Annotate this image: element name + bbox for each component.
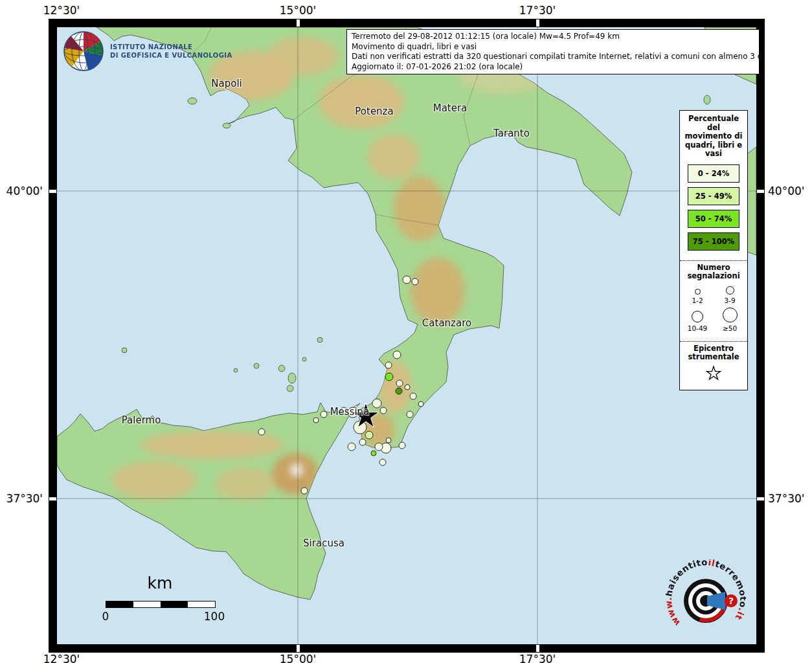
felt-report-point bbox=[407, 411, 413, 418]
felt-report-point bbox=[372, 399, 381, 408]
felt-report-point bbox=[375, 443, 383, 451]
legend-count-class: ≥50 bbox=[714, 308, 746, 332]
ingv-globe-icon bbox=[62, 30, 105, 73]
island-salina bbox=[278, 365, 285, 372]
count-circle-icon bbox=[692, 311, 703, 322]
island-panarea bbox=[302, 357, 306, 361]
count-circle-icon bbox=[723, 308, 738, 322]
felt-report-point bbox=[412, 278, 418, 285]
coord-label-bottom: 12°30' bbox=[43, 653, 80, 663]
island-alicudi bbox=[234, 368, 238, 372]
coord-label-top: 17°30' bbox=[519, 4, 556, 17]
island-lipari bbox=[288, 373, 296, 383]
frame-tick bbox=[297, 645, 300, 652]
coord-label-bottom: 15°00' bbox=[280, 653, 316, 663]
scale-bar-graphic bbox=[106, 601, 216, 608]
ingv-name-line1: ISTITUTO NAZIONALE bbox=[110, 43, 232, 51]
felt-report-point bbox=[258, 429, 265, 435]
frame-bottom bbox=[49, 644, 765, 653]
island-vulcano bbox=[287, 385, 293, 392]
felt-report-point bbox=[399, 442, 405, 449]
count-label: 1-2 bbox=[681, 297, 714, 304]
legend-percent-classes: 0 - 24%25 - 49%50 - 74%75 - 100% bbox=[680, 164, 747, 256]
felt-report-point bbox=[359, 439, 366, 445]
frame-right bbox=[756, 19, 765, 653]
legend-count-class: 1-2 bbox=[681, 289, 714, 304]
frame-tick bbox=[49, 497, 56, 500]
felt-report-point bbox=[379, 459, 386, 466]
felt-report-point bbox=[403, 276, 411, 284]
city-label: Taranto bbox=[493, 128, 530, 139]
frame-tick bbox=[757, 497, 764, 500]
city-label: Napoli bbox=[211, 78, 242, 89]
legend-percent-title: Percentuale del movimento di quadri, lib… bbox=[680, 111, 747, 160]
ingv-name: ISTITUTO NAZIONALE DI GEOFISICA E VULCAN… bbox=[110, 43, 232, 60]
coord-label-bottom: 17°30' bbox=[519, 653, 556, 663]
island-filicudi bbox=[254, 363, 259, 368]
felt-report-point bbox=[386, 438, 391, 443]
event-title: Terremoto del 29-08-2012 01:12:15 (ora l… bbox=[352, 32, 754, 42]
haisentitoilterremoto-logo: ? www.haisentitoilterremoto.it bbox=[666, 559, 746, 640]
frame-top bbox=[49, 19, 765, 27]
felt-report-point bbox=[321, 411, 327, 418]
islet-right bbox=[704, 95, 710, 104]
felt-report-point bbox=[385, 362, 392, 368]
felt-report-point bbox=[418, 401, 423, 407]
island-ustica bbox=[122, 348, 127, 353]
felt-report-point bbox=[348, 443, 355, 451]
coord-label-right: 40°00' bbox=[768, 185, 804, 197]
city-label: Siracusa bbox=[303, 537, 344, 549]
map-area: NapoliPotenzaMateraTarantoCatanzaroMessi… bbox=[57, 27, 756, 644]
coord-label-top: 15°00' bbox=[280, 4, 316, 17]
island-ischia bbox=[188, 98, 197, 104]
legend-class-swatch: 0 - 24% bbox=[688, 164, 739, 183]
felt-report-point bbox=[380, 407, 387, 414]
felt-report-point bbox=[385, 373, 393, 381]
coord-label-top: 12°30' bbox=[43, 4, 80, 17]
count-label: ≥50 bbox=[714, 324, 746, 332]
logo-url-segment: www. bbox=[666, 597, 682, 628]
frame-tick bbox=[757, 190, 764, 193]
map-canvas: NapoliPotenzaMateraTarantoCatanzaroMessi… bbox=[57, 27, 756, 644]
frame-tick bbox=[536, 645, 539, 652]
felt-report-point bbox=[365, 431, 373, 439]
coord-label-left: 37°30' bbox=[3, 492, 43, 505]
event-info-box: Terremoto del 29-08-2012 01:12:15 (ora l… bbox=[346, 29, 760, 74]
felt-report-point bbox=[371, 451, 376, 456]
legend-count-classes: 1-23-910-49≥50 bbox=[680, 282, 747, 337]
felt-report-point bbox=[396, 388, 402, 394]
scale-bar: km 0 100 bbox=[78, 574, 246, 628]
legend-epicenter-title: Epicentro strumentale bbox=[680, 341, 747, 363]
landmasses bbox=[57, 27, 756, 600]
logo-url-segment: .it bbox=[733, 607, 746, 622]
city-label: Matera bbox=[433, 102, 468, 114]
frame-tick bbox=[536, 19, 539, 27]
scale-unit-label: km bbox=[106, 574, 214, 592]
legend-count-title: Numero segnalazioni bbox=[680, 260, 747, 282]
scale-end-label: 100 bbox=[203, 610, 226, 623]
event-disclaimer: Dati non verificati estratti da 320 ques… bbox=[352, 52, 754, 62]
city-label: Palermo bbox=[122, 414, 161, 426]
felt-report-point bbox=[393, 351, 401, 359]
felt-report-point bbox=[405, 385, 410, 390]
legend-class-swatch: 75 - 100% bbox=[688, 232, 739, 251]
city-label: Messina bbox=[330, 406, 370, 418]
legend-count-class: 10-49 bbox=[681, 311, 714, 332]
island-stromboli bbox=[317, 337, 322, 343]
felt-report-point bbox=[301, 488, 308, 494]
legend-class-swatch: 25 - 49% bbox=[688, 187, 739, 205]
map-page: NapoliPotenzaMateraTarantoCatanzaroMessi… bbox=[0, 0, 812, 663]
felt-report-point bbox=[410, 393, 416, 399]
epicenter-star-icon bbox=[704, 363, 723, 383]
city-label: Potenza bbox=[355, 106, 393, 117]
frame-left bbox=[49, 19, 57, 653]
city-label: Catanzaro bbox=[422, 317, 471, 329]
coord-label-right: 37°30' bbox=[768, 492, 804, 505]
legend-class-swatch: 50 - 74% bbox=[688, 210, 739, 228]
coord-label-left: 40°00' bbox=[3, 185, 43, 197]
event-updated: Aggiornato il: 07-01-2026 21:02 (ora loc… bbox=[352, 62, 754, 73]
legend: Percentuale del movimento di quadri, lib… bbox=[679, 110, 748, 390]
felt-report-point bbox=[313, 418, 319, 423]
count-circle-icon bbox=[726, 286, 734, 295]
island-capri bbox=[223, 123, 231, 128]
